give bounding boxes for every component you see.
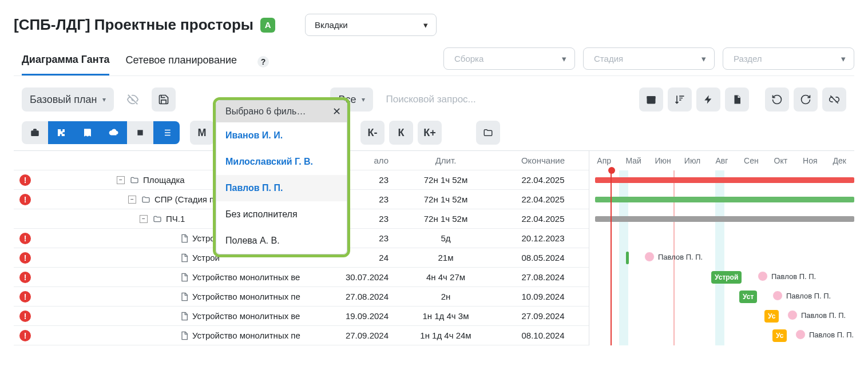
assignee-label: Павлов П. П. (644, 252, 703, 262)
sort-icon[interactable] (668, 87, 692, 112)
view-list[interactable] (153, 121, 180, 144)
avatar-icon (644, 252, 655, 262)
avatar-icon (787, 310, 798, 320)
chevron-down-icon: ▾ (362, 95, 365, 104)
view-book[interactable] (74, 121, 101, 144)
month-header[interactable]: Ноя (795, 156, 825, 165)
file-icon (180, 292, 189, 302)
alert-icon: ! (19, 194, 31, 205)
task-name: Устройство монолитных ве (192, 311, 300, 321)
task-bar[interactable] (626, 252, 629, 264)
alert-icon: ! (19, 174, 31, 186)
popover-header[interactable]: Выбрано 6 филь… ✕ (216, 101, 347, 122)
month-header[interactable]: Апр (589, 156, 619, 165)
svg-rect-2 (31, 130, 39, 136)
zoom-k[interactable]: К (389, 121, 413, 145)
month-header[interactable]: Сен (736, 156, 766, 165)
zoom-m[interactable]: М (190, 121, 214, 145)
today-line (611, 170, 612, 345)
collapse-toggle[interactable]: − (117, 176, 125, 184)
month-header[interactable]: Авг (707, 156, 736, 165)
today-marker-icon (608, 167, 615, 174)
close-icon[interactable]: ✕ (332, 105, 341, 118)
table-row[interactable]: !Устройство монолитных ве30.07.20244н 4ч… (14, 268, 589, 287)
zoom-out[interactable]: К- (360, 121, 385, 145)
filter-assembly[interactable]: Сборка (443, 47, 575, 70)
summary-bar[interactable] (595, 216, 854, 222)
table-row[interactable]: !Устройство монолитных пе27.08.20242н10.… (14, 287, 589, 307)
calendar-icon[interactable] (639, 87, 663, 112)
task-chip[interactable]: Ус (764, 310, 779, 323)
collapse-toggle[interactable]: − (128, 196, 136, 204)
tab-network[interactable]: Сетевое планирование (125, 49, 237, 74)
filter-stage[interactable]: Стадия (583, 47, 715, 70)
task-chip[interactable]: Устрой (711, 271, 742, 284)
tabs-dropdown-label: Вкладки (315, 20, 348, 30)
alert-icon: ! (19, 311, 31, 322)
task-name: ПЧ.1 (166, 214, 185, 224)
summary-bar[interactable] (595, 177, 854, 183)
popover-item[interactable]: Иванов И. И. (216, 122, 347, 149)
file-icon (180, 331, 189, 341)
base-plan-button[interactable]: Базовый план▾ (22, 87, 114, 112)
collapse-toggle[interactable]: − (140, 215, 148, 223)
tabs-dropdown[interactable]: Вкладки (305, 14, 437, 36)
view-square[interactable] (127, 121, 153, 144)
help-icon[interactable]: ? (257, 56, 269, 67)
assignee-label: Павлов П. П. (787, 310, 846, 320)
view-segment (22, 121, 180, 144)
alert-icon: ! (19, 330, 31, 341)
month-header[interactable]: Май (619, 156, 648, 165)
undo-icon[interactable] (765, 87, 789, 112)
view-cloud[interactable] (101, 121, 127, 144)
view-briefcase[interactable] (22, 121, 48, 144)
eye-off-icon[interactable] (121, 87, 145, 112)
assignee-label: Павлов П. П. (795, 329, 854, 340)
file-icon (180, 311, 189, 321)
month-header[interactable]: Июн (648, 156, 677, 165)
document-icon[interactable] (725, 87, 749, 112)
avatar-icon (795, 329, 806, 340)
alert-icon: ! (19, 291, 31, 303)
tab-gantt[interactable]: Диаграмма Ганта (22, 48, 109, 75)
popover-item[interactable]: Милославский Г. В. (216, 149, 347, 175)
chevron-down-icon: ▾ (102, 95, 106, 104)
unlink-icon[interactable] (822, 87, 846, 112)
popover-item[interactable]: Без исполнителя (216, 201, 347, 228)
col-dur-header[interactable]: Длит. (394, 156, 497, 165)
svg-rect-3 (137, 130, 142, 135)
avatar-icon (772, 291, 783, 301)
page-title: [СПБ-ЛДГ] Проектные просторы (14, 16, 253, 34)
filter-section[interactable]: Раздел (723, 47, 854, 70)
assignee-label: Павлов П. П. (772, 291, 831, 301)
task-chip[interactable]: Уст (739, 291, 757, 303)
task-name: Площадка (143, 175, 185, 185)
assignee-filter-popover: Выбрано 6 филь… ✕ Иванов И. И.Милославск… (213, 97, 350, 257)
save-icon[interactable] (152, 87, 176, 112)
task-chip[interactable]: Ус (772, 329, 787, 342)
month-header[interactable]: Дек (825, 156, 854, 165)
view-puzzle[interactable] (48, 121, 74, 144)
lightning-icon[interactable] (696, 87, 720, 112)
status-badge: A (260, 18, 275, 33)
month-header[interactable]: Июл (677, 156, 707, 165)
task-name: Устройство монолитных пе (192, 292, 300, 301)
table-row[interactable]: !Устройство монолитных пе27.09.20241н 1д… (14, 326, 589, 345)
assignee-label: Павлов П. П. (758, 271, 816, 281)
popover-item[interactable]: Павлов П. П. (216, 175, 347, 201)
zoom-in[interactable]: К+ (418, 121, 442, 145)
folder-icon (129, 176, 140, 185)
folder-icon[interactable] (476, 121, 500, 145)
task-name: СПР (Стадия пр (154, 194, 219, 204)
popover-item[interactable]: Полева А. В. (216, 228, 347, 254)
file-icon (180, 272, 189, 282)
popover-list[interactable]: Иванов И. И.Милославский Г. В.Павлов П. … (216, 122, 347, 254)
redo-icon[interactable] (794, 87, 818, 112)
col-end-header[interactable]: Окончание (497, 156, 589, 165)
svg-rect-1 (647, 96, 656, 98)
search-input[interactable] (380, 87, 632, 112)
task-name: Устройство монолитных пе (192, 331, 300, 340)
summary-bar[interactable] (595, 197, 854, 202)
month-header[interactable]: Окт (766, 156, 795, 165)
table-row[interactable]: !Устройство монолитных ве19.09.20241н 1д… (14, 307, 589, 326)
